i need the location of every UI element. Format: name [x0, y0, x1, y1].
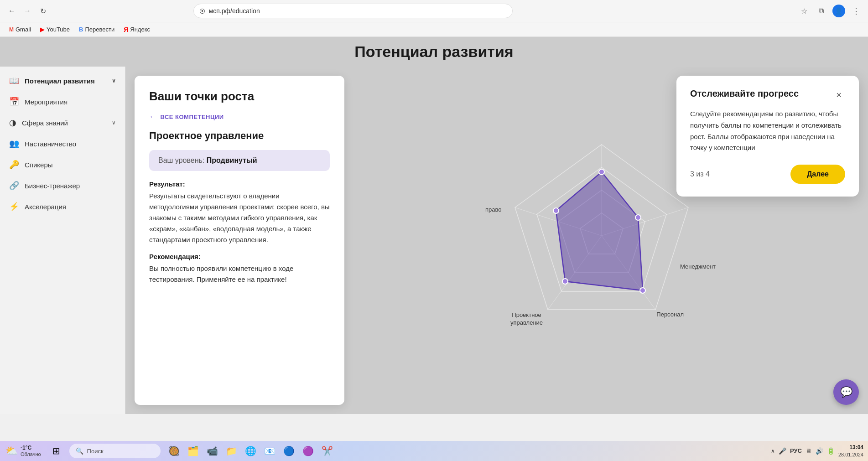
menu-button[interactable]: ⋮: [850, 5, 863, 17]
bookmark-translate[interactable]: B Перевести: [75, 25, 118, 34]
forward-button[interactable]: →: [21, 5, 34, 17]
result-text: Результаты свидетельствуют о владении ме…: [149, 191, 330, 245]
taskbar-app-files[interactable]: 🗂️: [184, 442, 203, 460]
sidebar-label-potential: Потенциал развития: [25, 77, 106, 85]
tooltip-counter: 3 из 4: [690, 170, 710, 178]
tooltip-text: Следуйте рекомендациям по развитию, чтоб…: [690, 109, 845, 154]
youtube-icon: ▶: [40, 26, 45, 33]
sidebar-item-speakers[interactable]: 🔑 Спикеры: [0, 154, 125, 175]
sidebar-item-events[interactable]: 📅 Мероприятия: [0, 91, 125, 112]
mic-icon[interactable]: 🎤: [779, 447, 786, 455]
taskbar-sys-icons: ∧ 🎤 РУС 🖥 🔊 🔋: [771, 447, 835, 455]
page-title: Потенциал развития: [354, 43, 513, 61]
taskbar-time: 13:04: [838, 444, 863, 451]
sidebar-item-acceleration[interactable]: ⚡ Акселерация: [0, 196, 125, 217]
taskbar-search-text: Поиск: [87, 448, 104, 455]
chat-bubble[interactable]: 💬: [833, 379, 859, 405]
svg-point-14: [553, 208, 559, 213]
radar-label-pravo: право: [485, 206, 502, 213]
sidebar-label-knowledge: Сфера знаний: [22, 119, 106, 127]
lang-indicator: РУС: [790, 447, 802, 454]
sidebar-item-potential[interactable]: 📖 Потенциал развития ∨: [0, 70, 125, 91]
tooltip-popup: Отслеживайте прогресс × Следуйте рекомен…: [676, 76, 859, 197]
youtube-label: YouTube: [47, 26, 70, 33]
start-button[interactable]: ⊞: [47, 441, 67, 461]
battery-icon[interactable]: 🔋: [827, 447, 835, 455]
svg-point-12: [640, 288, 645, 293]
taskbar-datetime[interactable]: 13:04 28.01.2024: [838, 444, 863, 458]
security-icon: ⦿: [199, 8, 205, 15]
knowledge-icon: ◑: [9, 118, 16, 128]
taskbar-app-chrome[interactable]: 🔵: [280, 442, 298, 460]
next-button[interactable]: Далее: [790, 165, 845, 184]
bookmark-button[interactable]: ☆: [798, 5, 811, 17]
url-text: мсп.рф/education: [209, 7, 260, 15]
simulator-icon: 🔗: [9, 181, 19, 191]
taskbar-app-food[interactable]: 🥘: [165, 442, 183, 460]
acceleration-icon: ⚡: [9, 202, 19, 212]
main-area: Маркетинг Менеджмент Персонал Проектноеу…: [125, 67, 868, 414]
back-link[interactable]: ← ВСЕ КОМПЕТЕНЦИИ: [149, 113, 330, 121]
svg-point-13: [562, 279, 568, 284]
weather-widget[interactable]: ⛅ -1°С Облачно: [0, 445, 47, 457]
potential-icon: 📖: [9, 76, 19, 86]
mentoring-icon: 👥: [9, 139, 19, 149]
taskbar-app-scissors[interactable]: ✂️: [318, 442, 337, 460]
translate-icon: B: [79, 26, 83, 33]
sidebar-label-acceleration: Акселерация: [25, 203, 116, 211]
taskbar: ⛅ -1°С Облачно ⊞ 🔍 Поиск 🥘 🗂️ 📹 📁 🌐 📧 🔵 …: [0, 441, 868, 461]
weather-temp: -1°С: [21, 445, 41, 451]
result-label: Результат:: [149, 180, 330, 188]
sidebar-item-mentoring[interactable]: 👥 Наставничество: [0, 133, 125, 154]
taskbar-app-edge[interactable]: 🌐: [242, 442, 260, 460]
card-panel: Ваши точки роста ← ВСЕ КОМПЕТЕНЦИИ Проек…: [135, 76, 344, 405]
svg-point-11: [635, 215, 641, 220]
tooltip-title: Отслеживайте прогресс: [690, 88, 799, 99]
svg-point-10: [599, 169, 604, 175]
chevron-down-icon: ∨: [112, 78, 116, 84]
up-arrow-icon[interactable]: ∧: [771, 448, 775, 454]
recommendation-text: Вы полностью проявили компетенцию в ходе…: [149, 263, 330, 285]
browser-toolbar: ← → ↻ ⦿ мсп.рф/education ☆ ⧉ 👤 ⋮: [0, 0, 868, 22]
sidebar-label-speakers: Спикеры: [25, 161, 116, 169]
sidebar-label-mentoring: Наставничество: [25, 140, 116, 148]
browser-chrome: ← → ↻ ⦿ мсп.рф/education ☆ ⧉ 👤 ⋮ M Gmail…: [0, 0, 868, 37]
taskbar-search-icon: 🔍: [76, 447, 83, 455]
competency-title: Проектное управление: [149, 130, 330, 142]
tooltip-footer: 3 из 4 Далее: [690, 165, 845, 184]
events-icon: 📅: [9, 97, 19, 107]
recommendation-section: Рекомендация: Вы полностью проявили комп…: [149, 253, 330, 285]
gmail-label: Gmail: [16, 26, 31, 33]
gmail-icon: M: [9, 26, 14, 33]
page-header: Потенциал развития: [0, 37, 868, 67]
close-button[interactable]: ×: [832, 88, 845, 101]
weather-info: -1°С Облачно: [21, 445, 41, 457]
bookmark-youtube[interactable]: ▶ YouTube: [36, 25, 73, 34]
recommendation-label: Рекомендация:: [149, 253, 330, 260]
taskbar-app-folder[interactable]: 📁: [223, 442, 241, 460]
address-bar[interactable]: ⦿ мсп.рф/education: [193, 4, 513, 18]
result-section: Результат: Результаты свидетельствуют о …: [149, 180, 330, 245]
taskbar-app-purple[interactable]: 🟣: [299, 442, 317, 460]
back-link-label: ВСЕ КОМПЕТЕНЦИИ: [161, 114, 224, 120]
yandex-label: Яндекс: [130, 26, 150, 33]
volume-icon[interactable]: 🔊: [816, 447, 823, 455]
level-badge: Ваш уровень: Продвинутый: [149, 150, 330, 171]
level-value: Продвинутый: [207, 156, 257, 164]
bookmark-yandex[interactable]: Я Яндекс: [120, 25, 154, 35]
weather-cloud-icon: ⛅: [5, 445, 18, 457]
radar-label-management: Менеджмент: [680, 263, 716, 270]
split-view-button[interactable]: ⧉: [815, 5, 828, 17]
back-button[interactable]: ←: [5, 5, 18, 17]
back-arrow-icon: ←: [149, 113, 157, 121]
taskbar-search[interactable]: 🔍 Поиск: [69, 444, 161, 458]
taskbar-app-video[interactable]: 📹: [203, 442, 222, 460]
user-avatar[interactable]: 👤: [832, 5, 845, 17]
sidebar-item-knowledge[interactable]: ◑ Сфера знаний ∨: [0, 112, 125, 133]
network-icon[interactable]: 🖥: [806, 447, 812, 455]
bookmark-gmail[interactable]: M Gmail: [5, 25, 35, 34]
sidebar-item-simulator[interactable]: 🔗 Бизнес-тренажер: [0, 175, 125, 196]
bookmarks-bar: M Gmail ▶ YouTube B Перевести Я Яндекс: [0, 22, 868, 36]
taskbar-app-mail[interactable]: 📧: [261, 442, 279, 460]
reload-button[interactable]: ↻: [36, 5, 49, 17]
